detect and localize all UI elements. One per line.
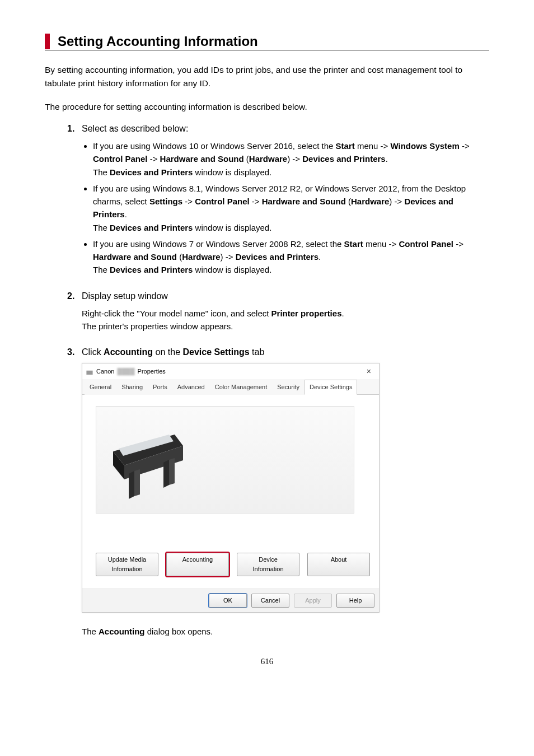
properties-dialog: Canon ████ Properties × General Sharing … — [82, 363, 380, 613]
cancel-button[interactable]: Cancel — [251, 594, 289, 608]
step-2-title: Display setup window — [82, 291, 168, 301]
tab-advanced[interactable]: Advanced — [172, 380, 210, 395]
about-button[interactable]: About — [307, 553, 370, 576]
svg-marker-6 — [134, 469, 140, 496]
step-2: 2. Display setup window Right-click the … — [67, 291, 489, 333]
step-1-title: Select as described below: — [82, 124, 188, 134]
help-button[interactable]: Help — [336, 594, 374, 608]
step-1-number: 1. — [67, 124, 82, 134]
printer-icon — [86, 368, 93, 375]
step-1-bullet-3: If you are using Windows 7 or Windows Se… — [93, 237, 489, 277]
page-heading-wrap: Setting Accounting Information — [45, 34, 489, 51]
step-1-bullet-1: If you are using Windows 10 or Windows S… — [93, 139, 489, 179]
tab-security[interactable]: Security — [272, 380, 305, 395]
device-information-button[interactable]: Device Information — [237, 553, 299, 576]
step-3-number: 3. — [67, 347, 82, 357]
tab-color-management[interactable]: Color Management — [210, 380, 273, 395]
intro-paragraph-1: By setting accounting information, you a… — [45, 63, 489, 90]
ok-button[interactable]: OK — [209, 594, 247, 608]
svg-marker-4 — [129, 471, 134, 499]
tab-general[interactable]: General — [85, 380, 116, 395]
close-icon[interactable]: × — [363, 366, 374, 376]
dialog-title-prefix: Canon — [96, 367, 114, 376]
dialog-title-model: ████ — [117, 367, 134, 376]
step-2-number: 2. — [67, 291, 82, 301]
dialog-title-suffix: Properties — [138, 367, 166, 376]
step-1: 1. Select as described below: If you are… — [67, 124, 489, 277]
page-number: 616 — [45, 657, 489, 666]
step-1-bullet-2: If you are using Windows 8.1, Windows Se… — [93, 182, 489, 234]
svg-marker-7 — [169, 458, 175, 485]
step-3: 3. Click Accounting on the Device Settin… — [67, 347, 489, 638]
svg-marker-5 — [163, 460, 169, 488]
step-3-title: Click Accounting on the Device Settings … — [82, 347, 264, 357]
printer-illustration — [96, 406, 354, 514]
update-media-info-button[interactable]: Update Media Information — [96, 553, 158, 576]
intro-paragraph-2: The procedure for setting accounting inf… — [45, 100, 489, 114]
tab-sharing[interactable]: Sharing — [116, 380, 148, 395]
dialog-tabs: General Sharing Ports Advanced Color Man… — [82, 379, 379, 395]
page-heading: Setting Accounting Information — [58, 34, 258, 49]
tab-ports[interactable]: Ports — [148, 380, 172, 395]
accounting-button[interactable]: Accounting — [166, 553, 229, 576]
tab-device-settings[interactable]: Device Settings — [305, 380, 357, 395]
apply-button[interactable]: Apply — [294, 594, 332, 608]
